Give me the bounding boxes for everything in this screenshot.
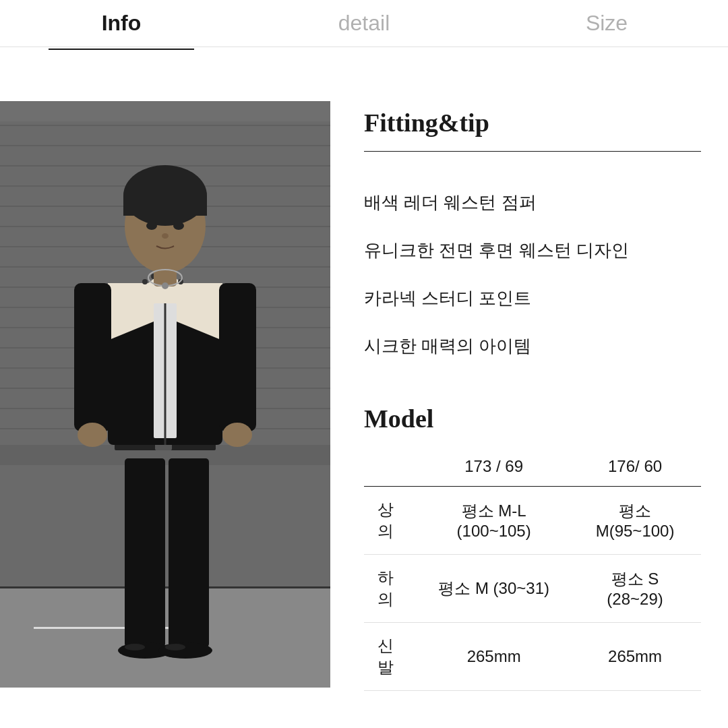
tab-info[interactable]: Info [0,0,243,49]
table-row: 상의 평소 M-L (100~105) 평소 M(95~100) [364,487,701,555]
tab-detail[interactable]: detail [243,0,485,49]
feature-item-4: 시크한 매력의 아이템 [364,322,701,370]
info-area: Fitting&tip 배색 레더 웨스턴 점퍼 유니크한 전면 후면 웨스턴 … [330,101,728,728]
row-label-bottom: 하의 [364,555,419,623]
feature-list: 배색 레더 웨스턴 점퍼 유니크한 전면 후면 웨스턴 디자인 카라넥 스터디 … [364,179,701,370]
svg-rect-1 [0,101,330,121]
model-title: Model [364,404,701,433]
product-image: tattoo [0,101,330,688]
row-top-col1: 평소 M-L (100~105) [419,487,569,555]
top-navigation: Info detail Size [0,0,728,47]
col-header-1: 173 / 69 [419,447,569,487]
svg-rect-22 [125,458,165,647]
svg-point-38 [78,423,107,447]
svg-point-52 [158,642,212,659]
main-content: tattoo [0,47,728,728]
fitting-section: Fitting&tip 배색 레더 웨스턴 점퍼 유니크한 전면 후면 웨스턴 … [364,108,701,370]
product-image-area: tattoo [0,101,330,728]
row-shoes-col1: 265mm [419,623,569,691]
svg-point-46 [146,222,157,230]
svg-point-30 [142,279,148,284]
row-label-top: 상의 [364,487,419,555]
svg-point-50 [162,282,169,289]
svg-point-53 [125,644,145,650]
fitting-divider [364,151,701,152]
col-header-label [364,447,419,487]
svg-point-54 [165,644,185,650]
svg-rect-45 [123,195,207,216]
feature-item-2: 유니크한 전면 후면 웨스턴 디자인 [364,226,701,274]
col-header-2: 176/ 60 [569,447,701,487]
row-bottom-col1: 평소 M (30~31) [419,555,569,623]
table-row: 하의 평소 M (30~31) 평소 S (28~29) [364,555,701,623]
row-top-col2: 평소 M(95~100) [569,487,701,555]
feature-item-3: 카라넥 스터디 포인트 [364,274,701,322]
tab-size[interactable]: Size [485,0,728,49]
svg-rect-37 [74,283,111,431]
svg-rect-39 [219,283,256,431]
model-table: 173 / 69 176/ 60 상의 평소 M-L (100~105) 평소 … [364,447,701,691]
row-shoes-col2: 265mm [569,623,701,691]
svg-rect-3 [0,145,330,146]
model-section: Model 173 / 69 176/ 60 상의 평소 M-L (100~10… [364,404,701,691]
svg-rect-2 [0,125,330,126]
svg-rect-23 [169,458,209,647]
svg-point-47 [173,222,184,230]
svg-point-48 [162,233,169,239]
row-label-shoes: 신발 [364,623,419,691]
row-bottom-col2: 평소 S (28~29) [569,555,701,623]
table-row: 신발 265mm 265mm [364,623,701,691]
fitting-title: Fitting&tip [364,108,701,138]
feature-item-1: 배색 레더 웨스턴 점퍼 [364,179,701,226]
svg-point-40 [222,423,252,447]
